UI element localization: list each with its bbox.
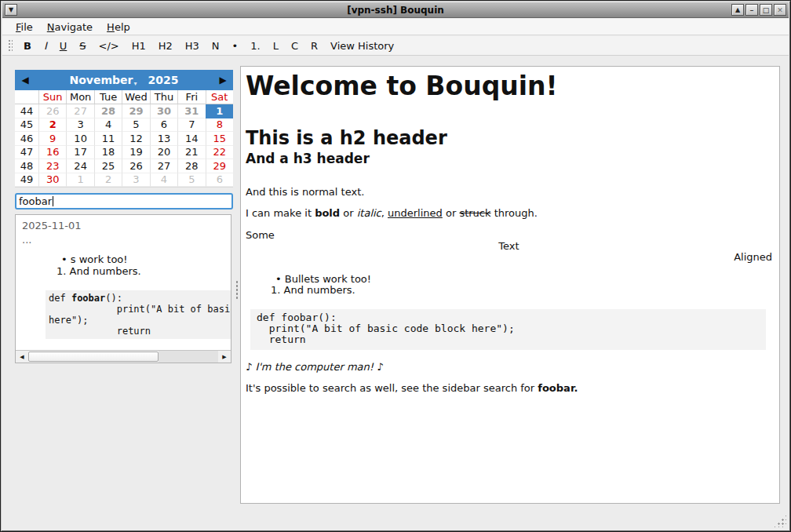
search-value: foobar [19,195,52,207]
menu-file[interactable]: File [9,20,40,35]
calendar-day[interactable]: 2 [94,173,122,188]
calendar-day[interactable]: 7 [177,118,205,133]
calendar-day[interactable]: 1 [66,173,93,188]
calendar-day[interactable]: 8 [206,118,233,133]
prev-month-button[interactable]: ◀ [15,75,35,86]
calendar-week-number: 46 [15,132,38,146]
search-result-item[interactable]: 2025-11-01 ... • s work too! 1. And numb… [16,215,231,339]
calendar-day[interactable]: 12 [122,132,149,146]
calendar-day[interactable]: 27 [66,104,93,118]
calendar-day[interactable]: 10 [66,132,93,146]
italic-button[interactable]: I [38,38,53,53]
day-name-sun: Sun [38,90,66,104]
bold-button[interactable]: B [17,38,38,53]
calendar-day[interactable]: 3 [122,173,149,188]
close-button[interactable]: ✕ [774,4,786,16]
calendar-day[interactable]: 26 [38,104,66,118]
code-button[interactable]: </> [93,38,126,53]
month-selector[interactable]: November ▾ [70,74,137,87]
resize-grip[interactable] [773,514,786,527]
title-bar[interactable]: ▼ [vpn-ssh] Bouquin ▲ _ □ ✕ [2,2,789,18]
p2-text-3: , [381,207,388,219]
calendar-day[interactable]: 14 [177,132,205,146]
next-month-button[interactable]: ▶ [213,75,233,86]
h3-button[interactable]: H3 [179,38,206,53]
search-input[interactable]: foobar [15,193,233,210]
calendar-day[interactable]: 13 [150,132,177,146]
calendar-day[interactable]: 29 [122,104,149,118]
year-label[interactable]: 2025 [148,74,179,86]
day-name-mon: Mon [66,90,93,104]
maximize-button[interactable]: □ [760,4,772,16]
day-name-wed: Wed [122,90,149,104]
scroll-right-icon: ▶ [222,352,226,363]
scrollbar-thumb[interactable] [28,352,159,362]
calendar-day[interactable]: 5 [177,173,205,188]
calendar-day[interactable]: 4 [150,173,177,188]
calendar: ◀ November ▾ 2025 ▶ Sun Mon Tue Wed Thu … [15,70,233,188]
calendar-day[interactable]: 23 [38,159,66,173]
calendar-day[interactable]: 27 [150,159,177,173]
calendar-day[interactable]: 3 [66,118,93,133]
calendar-day[interactable]: 6 [206,173,233,188]
calendar-day[interactable]: 9 [38,132,66,146]
calendar-day[interactable]: 31 [177,104,205,118]
align-center-button[interactable]: C [285,38,304,53]
menu-help-rest: elp [115,21,130,33]
underline-button[interactable]: U [53,38,74,53]
calendar-day[interactable]: 20 [150,146,177,160]
align-right-button[interactable]: R [304,38,324,53]
calendar-day[interactable]: 28 [177,159,205,173]
calendar-day[interactable]: 30 [150,104,177,118]
h1-button[interactable]: H1 [126,38,152,53]
search-line-text: It's possible to search as well, see the… [246,382,538,394]
music-text: I'm the computer man! [255,361,374,373]
splitter-handle[interactable] [235,280,239,299]
calendar-day[interactable]: 28 [94,104,122,118]
calendar-day[interactable]: 11 [94,132,122,146]
calendar-day[interactable]: 29 [206,159,233,173]
shade-button[interactable]: ▲ [731,4,744,16]
doc-search-line: It's possible to search as well, see the… [246,383,772,394]
calendar-day[interactable]: 22 [206,146,233,160]
normal-text-button[interactable]: N [206,38,226,53]
calendar-day[interactable]: 19 [122,146,149,160]
window-menu-button[interactable]: ▼ [5,4,17,16]
calendar-week-number: 45 [15,118,38,133]
search-results-panel: 2025-11-01 ... • s work too! 1. And numb… [15,214,231,363]
align-left-button[interactable]: L [267,38,285,53]
result-date-link[interactable]: 2025-11-01 [22,220,231,231]
scroll-left-button[interactable]: ◀ [16,351,28,363]
calendar-day[interactable]: 6 [150,118,177,133]
calendar-day[interactable]: 2 [38,118,66,133]
calendar-day[interactable]: 21 [177,146,205,160]
strikethrough-button[interactable]: S [73,38,92,53]
menu-help[interactable]: Help [100,20,137,35]
calendar-day[interactable]: 16 [38,146,66,160]
horizontal-scrollbar[interactable]: ◀ ▶ [16,350,231,363]
calendar-day[interactable]: 5 [122,118,149,133]
editor-panel[interactable]: Welcome to Bouquin! This is a h2 header … [240,66,780,504]
day-name-sat: Sat [206,90,233,104]
calendar-day-selected[interactable]: 1 [206,104,233,118]
scroll-right-button[interactable]: ▶ [218,351,231,363]
calendar-day[interactable]: 26 [122,159,149,173]
p2-struck: struck [459,207,490,219]
calendar-day[interactable]: 15 [206,132,233,146]
calendar-day[interactable]: 17 [66,146,93,160]
p2-text-2: or [340,207,357,219]
toolbar-drag-handle[interactable] [8,39,13,52]
numbered-text: And numbers. [284,284,355,296]
numbered-list-button[interactable]: 1. [244,38,266,53]
calendar-day[interactable]: 18 [94,146,122,160]
calendar-day[interactable]: 25 [94,159,122,173]
calendar-day[interactable]: 24 [66,159,93,173]
bullet-list-button[interactable]: • [226,38,245,53]
calendar-day[interactable]: 30 [38,173,66,188]
minimize-button[interactable]: _ [745,4,758,16]
scrollbar-track[interactable] [159,351,218,363]
menu-navigate[interactable]: Navigate [40,20,100,35]
h2-button[interactable]: H2 [152,38,179,53]
calendar-day[interactable]: 4 [94,118,122,133]
view-history-button[interactable]: View History [324,38,400,53]
